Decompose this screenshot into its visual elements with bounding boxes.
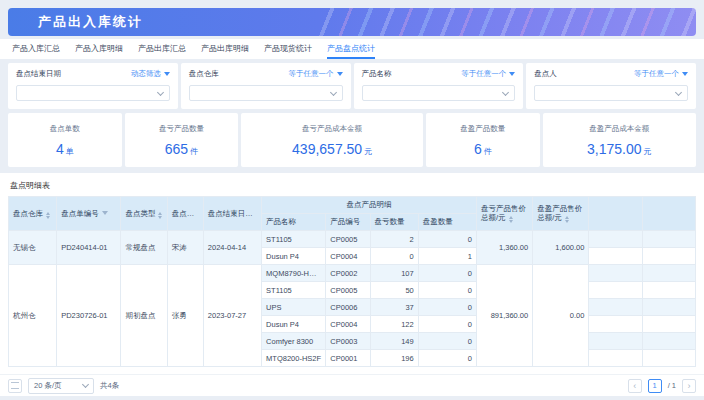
col-loss-amount[interactable]: 盘亏产品售价总额/元 bbox=[476, 197, 532, 231]
cell-loss-qty: 37 bbox=[370, 299, 418, 316]
cell-product-name: MQM8790-HS2R bbox=[262, 265, 326, 282]
cell-empty bbox=[589, 248, 642, 265]
card-label: 盘点单数 bbox=[50, 124, 80, 134]
prev-page-button[interactable]: ‹ bbox=[628, 379, 642, 393]
card-label: 盘盈产品成本金额 bbox=[589, 124, 649, 134]
filter-bar: 盘点结束日期 动态筛选 盘点仓库 等于任意一个 产品名称 等于任意一个 bbox=[8, 63, 696, 109]
banner-decoration bbox=[317, 8, 696, 36]
cell-loss-qty: 2 bbox=[370, 231, 418, 248]
view-options-icon[interactable] bbox=[8, 379, 22, 393]
cell-empty bbox=[589, 350, 642, 367]
col-product-code[interactable]: 产品编号 bbox=[326, 214, 370, 231]
col-loss-qty[interactable]: 盘亏数量 bbox=[370, 214, 418, 231]
tab-stocktaking-statistics[interactable]: 产品盘点统计 bbox=[327, 39, 375, 59]
cell-product-code: CP0002 bbox=[326, 265, 370, 282]
card-gain-amount: 盘盈产品成本金额 3,175.00元 bbox=[543, 113, 696, 167]
table-title: 盘点明细表 bbox=[10, 180, 696, 191]
cell-type: 常规盘点 bbox=[121, 231, 167, 265]
card-value: 439,657.50元 bbox=[292, 141, 372, 157]
col-end-date[interactable]: 盘点结束日期 bbox=[203, 197, 261, 231]
cell-end-date: 2023-07-27 bbox=[203, 265, 261, 367]
col-person[interactable]: 盘点人 bbox=[167, 197, 203, 231]
summary-cards: 盘点单数 4单 盘亏产品数量 665件 盘亏产品成本金额 439,657.50元… bbox=[8, 113, 696, 167]
cell-product-name: ST1105 bbox=[262, 231, 326, 248]
cell-empty bbox=[589, 299, 642, 316]
table-header: 盘点仓库 盘点单编号 盘点类型 盘点人 盘点结束日期 盘点产品明细 盘亏产品售价… bbox=[9, 197, 696, 231]
cell-product-name: MTQ8200-HS2F bbox=[262, 350, 326, 367]
table-row[interactable]: 杭州仓PD230726-01期初盘点张勇2023-07-27MQM8790-HS… bbox=[9, 265, 696, 282]
cell-person: 宋涛 bbox=[167, 231, 203, 265]
cell-gain-qty: 1 bbox=[418, 248, 476, 265]
filter-value-select[interactable] bbox=[362, 85, 516, 101]
cell-empty bbox=[642, 248, 695, 265]
col-group-product-detail: 盘点产品明细 bbox=[262, 197, 477, 214]
cell-loss-qty: 0 bbox=[370, 248, 418, 265]
filter-operator-dropdown[interactable]: 等于任意一个 bbox=[289, 69, 343, 79]
card-value: 6件 bbox=[474, 141, 492, 157]
tab-outbound-detail[interactable]: 产品出库明细 bbox=[201, 39, 249, 59]
table-body: 无锡仓PD240414-01常规盘点宋涛2024-04-14ST1105CP00… bbox=[9, 231, 696, 367]
filter-label: 盘点人 bbox=[534, 69, 557, 79]
cell-product-code: CP0004 bbox=[326, 316, 370, 333]
card-value: 3,175.00元 bbox=[587, 141, 652, 157]
cell-gain-total: 1,600.00 bbox=[533, 231, 589, 265]
filter-value-select[interactable] bbox=[189, 85, 343, 101]
cell-empty bbox=[642, 299, 695, 316]
chevron-down-icon bbox=[157, 88, 164, 95]
filter-value-select[interactable] bbox=[534, 85, 688, 101]
filter-operator-dropdown[interactable]: 等于任意一个 bbox=[634, 69, 688, 79]
filter-value-select[interactable] bbox=[16, 85, 170, 101]
filter-operator-dropdown[interactable]: 动态筛选 bbox=[131, 69, 170, 79]
filter-product-name: 产品名称 等于任意一个 bbox=[354, 63, 524, 109]
col-warehouse[interactable]: 盘点仓库 bbox=[9, 197, 57, 231]
tab-bar: 产品入库汇总 产品入库明细 产品出库汇总 产品出库明细 产品现货统计 产品盘点统… bbox=[0, 39, 704, 59]
next-page-button[interactable]: › bbox=[682, 379, 696, 393]
sort-icon bbox=[46, 212, 50, 219]
cell-product-name: Comfyer 8300 bbox=[262, 333, 326, 350]
card-label: 盘亏产品数量 bbox=[159, 124, 204, 134]
card-gain-quantity: 盘盈产品数量 6件 bbox=[426, 113, 540, 167]
cell-empty bbox=[589, 316, 642, 333]
cell-end-date: 2024-04-14 bbox=[203, 231, 261, 265]
tab-stock-statistics[interactable]: 产品现货统计 bbox=[264, 39, 312, 59]
chevron-down-icon bbox=[329, 88, 336, 95]
cell-product-code: CP0006 bbox=[326, 299, 370, 316]
tab-inbound-summary[interactable]: 产品入库汇总 bbox=[12, 39, 60, 59]
filter-caret-icon bbox=[102, 211, 108, 215]
cell-gain-total: 0.00 bbox=[533, 265, 589, 367]
cell-gain-qty: 0 bbox=[418, 282, 476, 299]
sort-icon bbox=[256, 212, 260, 219]
col-empty-1 bbox=[589, 197, 642, 231]
cell-loss-total: 891,360.00 bbox=[476, 265, 532, 367]
sort-icon bbox=[197, 212, 201, 219]
col-product-name[interactable]: 产品名称 bbox=[262, 214, 326, 231]
tab-outbound-summary[interactable]: 产品出库汇总 bbox=[138, 39, 186, 59]
col-empty-2 bbox=[642, 197, 695, 231]
card-value: 665件 bbox=[165, 141, 198, 157]
col-type[interactable]: 盘点类型 bbox=[121, 197, 167, 231]
page-size-select[interactable]: 20 条/页 bbox=[28, 378, 94, 394]
col-order-no[interactable]: 盘点单编号 bbox=[57, 197, 121, 231]
cell-product-name: Dusun P4 bbox=[262, 316, 326, 333]
col-gain-amount[interactable]: 盘盈产品售价总额/元 bbox=[533, 197, 589, 231]
filter-warehouse: 盘点仓库 等于任意一个 bbox=[181, 63, 351, 109]
sort-icon bbox=[158, 212, 162, 219]
card-label: 盘亏产品成本金额 bbox=[302, 124, 362, 134]
filter-operator-dropdown[interactable]: 等于任意一个 bbox=[461, 69, 515, 79]
cell-product-code: CP0001 bbox=[326, 350, 370, 367]
table-row[interactable]: 无锡仓PD240414-01常规盘点宋涛2024-04-14ST1105CP00… bbox=[9, 231, 696, 248]
cell-empty bbox=[642, 316, 695, 333]
filter-label: 盘点仓库 bbox=[189, 69, 219, 79]
chevron-down-icon bbox=[502, 88, 509, 95]
caret-down-icon bbox=[682, 72, 688, 76]
col-gain-qty[interactable]: 盘盈数量 bbox=[418, 214, 476, 231]
cell-empty bbox=[589, 333, 642, 350]
cell-order-no: PD230726-01 bbox=[57, 265, 121, 367]
cell-product-code: CP0005 bbox=[326, 282, 370, 299]
tab-inbound-detail[interactable]: 产品入库明细 bbox=[75, 39, 123, 59]
page-title: 产品出入库统计 bbox=[8, 13, 143, 31]
cell-loss-total: 1,360.00 bbox=[476, 231, 532, 265]
detail-table-panel: 盘点明细表 盘点仓库 盘点单编号 盘点类型 盘点人 盘点结束日期 盘点产品明细 … bbox=[0, 173, 704, 396]
cell-loss-qty: 196 bbox=[370, 350, 418, 367]
cell-type: 期初盘点 bbox=[121, 265, 167, 367]
